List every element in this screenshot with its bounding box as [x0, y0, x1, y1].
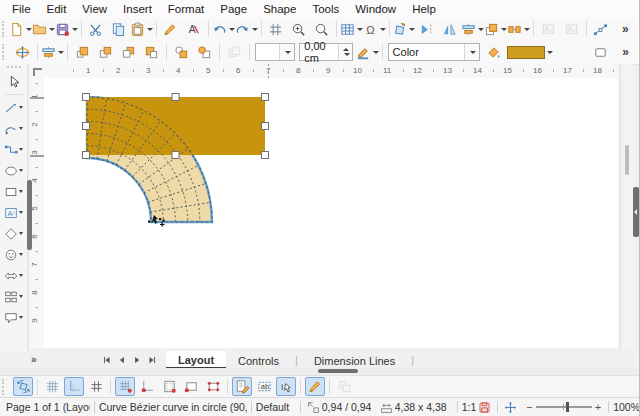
- line-width-stepper[interactable]: [338, 44, 352, 60]
- distribute-selection-button[interactable]: [508, 19, 529, 39]
- toolbar-overflow-button[interactable]: »: [613, 42, 638, 62]
- next-layer-button[interactable]: [130, 354, 143, 367]
- fit-page-icon[interactable]: [504, 401, 517, 414]
- previous-layer-button[interactable]: [115, 354, 128, 367]
- arrange-button[interactable]: [485, 19, 506, 39]
- tool-curves-and-polygons[interactable]: [0, 118, 27, 139]
- tool-block-arrows[interactable]: [0, 265, 27, 286]
- chevron-down-icon[interactable]: [547, 51, 553, 54]
- menu-edit[interactable]: Edit: [39, 2, 75, 16]
- tool-connectors[interactable]: [0, 139, 27, 160]
- toolbar-handle[interactable]: [2, 21, 7, 37]
- helplines-while-moving-toggle[interactable]: [64, 377, 84, 396]
- undo-button[interactable]: [213, 19, 234, 39]
- toolbar-handle[interactable]: [7, 66, 21, 68]
- left-panel-grip[interactable]: [27, 180, 32, 250]
- snap-to-grid-toggle[interactable]: [86, 377, 106, 396]
- zoom-out-button[interactable]: −: [523, 401, 535, 413]
- sidebar-grip[interactable]: [633, 187, 639, 237]
- horizontal-ruler[interactable]: 12345678910111213141516171819: [44, 64, 618, 79]
- line-width-input[interactable]: 0,00 cm: [299, 43, 353, 61]
- display-grid-button[interactable]: [265, 19, 286, 39]
- send-backward-button[interactable]: [118, 42, 139, 62]
- snap-to-snap-guides-toggle[interactable]: [115, 377, 135, 396]
- in-front-of-object-button[interactable]: [171, 42, 192, 62]
- menu-view[interactable]: View: [74, 2, 115, 16]
- selection-handle[interactable]: [83, 94, 90, 101]
- allow-quick-editing-toggle[interactable]: [232, 377, 252, 396]
- tool-insert-text-box[interactable]: A: [0, 202, 27, 223]
- selection-handle[interactable]: [83, 152, 90, 159]
- vertical-scrollbar[interactable]: [620, 64, 634, 350]
- menu-file[interactable]: File: [4, 2, 39, 16]
- chevron-down-icon[interactable]: [147, 28, 153, 31]
- menu-tools[interactable]: Tools: [304, 2, 347, 16]
- layer-tab-layout[interactable]: Layout: [166, 351, 226, 369]
- fill-color-button[interactable]: [507, 46, 553, 59]
- chevron-down-icon[interactable]: [252, 28, 258, 31]
- snap-to-page-margins-toggle[interactable]: [137, 377, 157, 396]
- zoom-slider-thumb[interactable]: [566, 402, 569, 412]
- new-document-button[interactable]: [10, 19, 31, 39]
- fill-color-bucket-button[interactable]: [483, 42, 504, 62]
- rotation-mode-toggle[interactable]: [13, 377, 33, 396]
- menu-format[interactable]: Format: [160, 2, 212, 16]
- menu-page[interactable]: Page: [212, 2, 255, 16]
- snap-to-object-border-toggle[interactable]: [159, 377, 179, 396]
- selection-handle[interactable]: [172, 152, 179, 159]
- toolbar-handle[interactable]: [2, 379, 10, 395]
- vertical-scrollbar-thumb[interactable]: [625, 145, 629, 175]
- chevron-down-icon[interactable]: [19, 274, 23, 277]
- tool-insert-line[interactable]: [0, 97, 27, 118]
- behind-object-button[interactable]: [194, 42, 215, 62]
- menu-shape[interactable]: Shape: [255, 2, 304, 16]
- unsaved-changes-icon[interactable]: [478, 401, 491, 414]
- modify-object-with-attributes-toggle[interactable]: [305, 377, 325, 396]
- zoom-and-pan-button[interactable]: [288, 19, 309, 39]
- tool-symbol-shapes[interactable]: [0, 244, 27, 265]
- paste-button[interactable]: [131, 19, 152, 39]
- zoom-level[interactable]: 100%: [613, 401, 640, 413]
- chevron-down-icon[interactable]: [380, 28, 386, 31]
- double-click-to-edit-text-toggle[interactable]: I: [276, 377, 296, 396]
- chevron-down-icon[interactable]: [409, 28, 415, 31]
- selected-rectangle[interactable]: [86, 97, 265, 155]
- chevron-down-icon[interactable]: [72, 28, 78, 31]
- vertical-ruler[interactable]: 123456789: [30, 78, 45, 348]
- chevron-down-icon[interactable]: [19, 211, 23, 214]
- chevron-down-icon[interactable]: [19, 127, 23, 130]
- layer-tab-controls[interactable]: Controls: [226, 352, 291, 368]
- open-button[interactable]: [33, 19, 54, 39]
- layer-tab-dimension-lines[interactable]: Dimension Lines: [302, 352, 407, 368]
- chevron-down-icon[interactable]: [19, 253, 23, 256]
- rotate-button[interactable]: [393, 19, 414, 39]
- toolbar-overflow-button[interactable]: »: [613, 19, 638, 39]
- align-objects-button[interactable]: [462, 19, 483, 39]
- first-layer-button[interactable]: [100, 354, 113, 367]
- selection-handle[interactable]: [83, 123, 90, 130]
- chevron-down-icon[interactable]: [524, 28, 530, 31]
- save-button[interactable]: [56, 19, 77, 39]
- line-color-button[interactable]: [356, 42, 377, 62]
- chevron-down-icon[interactable]: [373, 51, 379, 54]
- chevron-down-icon[interactable]: [19, 295, 23, 298]
- template-name[interactable]: Default: [256, 401, 296, 413]
- copy-button[interactable]: [108, 19, 129, 39]
- send-to-back-button[interactable]: [141, 42, 162, 62]
- menu-help[interactable]: Help: [404, 2, 444, 16]
- zoom-button[interactable]: [311, 19, 332, 39]
- chevron-down-icon[interactable]: [19, 316, 23, 319]
- chevron-down-icon[interactable]: [19, 232, 23, 235]
- page-indicator[interactable]: Page 1 of 1 (Layout): [6, 401, 90, 413]
- chevron-down-icon[interactable]: [279, 44, 294, 60]
- chevron-down-icon[interactable]: [19, 106, 23, 109]
- chevron-down-icon[interactable]: [19, 190, 23, 193]
- ruler-origin-corner[interactable]: [30, 64, 45, 79]
- bring-forward-button[interactable]: [95, 42, 116, 62]
- align-objects-button[interactable]: [42, 42, 63, 62]
- flip-horizontally-button[interactable]: [439, 19, 460, 39]
- redo-button[interactable]: [236, 19, 257, 39]
- selection-handle[interactable]: [262, 152, 269, 159]
- selection-handle[interactable]: [262, 94, 269, 101]
- zoom-slider[interactable]: − +: [523, 401, 604, 413]
